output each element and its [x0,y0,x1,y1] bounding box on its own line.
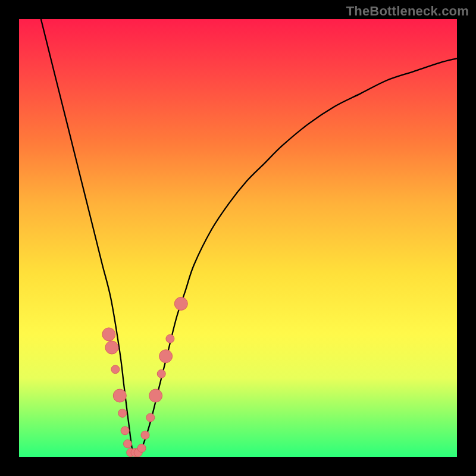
data-marker [102,328,115,341]
plot-area [19,19,457,457]
chart-canvas: TheBottleneck.com [0,0,476,476]
data-marker [121,427,129,435]
data-marker [118,409,127,417]
watermark-text: TheBottleneck.com [346,4,469,19]
data-marker [166,334,174,343]
data-marker [113,389,126,402]
data-marker [141,431,149,439]
data-marker [124,440,132,448]
data-marker [159,350,173,363]
data-marker [111,365,120,374]
data-marker [149,389,162,402]
data-marker [105,341,118,354]
curve-layer [19,19,457,457]
data-marker [146,414,155,422]
data-marker [174,297,187,310]
data-marker [157,369,165,378]
data-marker [137,444,146,452]
bottleneck-curve [41,19,457,455]
